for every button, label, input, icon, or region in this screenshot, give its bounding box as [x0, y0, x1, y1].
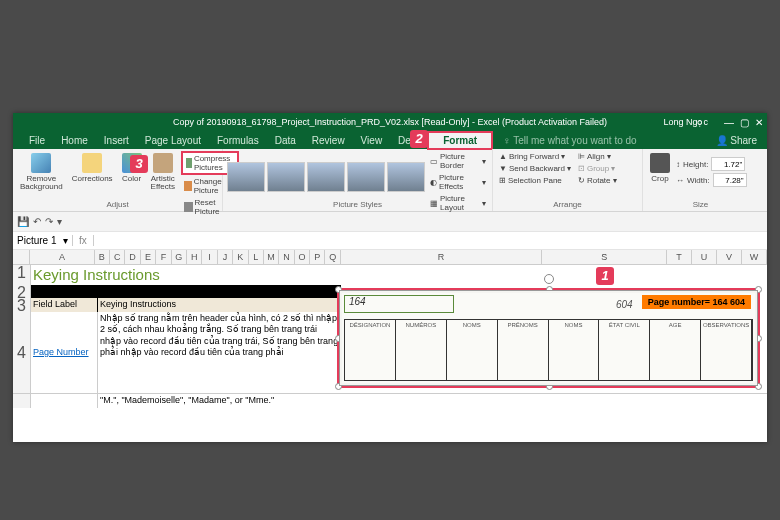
column-header[interactable]: R	[341, 250, 542, 265]
tab-file[interactable]: File	[21, 133, 53, 148]
name-box[interactable]: Picture 1▾	[13, 235, 73, 246]
column-header[interactable]: T	[667, 250, 692, 265]
tab-page-layout[interactable]: Page Layout	[137, 133, 209, 148]
column-header[interactable]: P	[310, 250, 325, 265]
orange-label: Page number= 164 604	[642, 295, 751, 309]
tab-formulas[interactable]: Formulas	[209, 133, 267, 148]
tab-data[interactable]: Data	[267, 133, 304, 148]
number-604: 604	[616, 299, 633, 317]
tab-home[interactable]: Home	[53, 133, 96, 148]
crop-button[interactable]: Crop	[647, 151, 673, 185]
save-icon[interactable]: 💾	[17, 216, 29, 227]
column-header[interactable]: D	[125, 250, 140, 265]
redo-icon[interactable]: ↷	[45, 216, 53, 227]
picture-border-button[interactable]: ▭ Picture Border ▾	[428, 151, 488, 171]
height-input[interactable]	[711, 157, 745, 171]
column-header[interactable]: F	[156, 250, 171, 265]
fx-icon[interactable]: fx	[73, 235, 94, 246]
column-header[interactable]: W	[742, 250, 767, 265]
share-button[interactable]: 👤 Share	[716, 135, 767, 146]
window-title: Copy of 20190918_61798_Project_Instructi…	[173, 117, 607, 127]
excel-window: Copy of 20190918_61798_Project_Instructi…	[13, 113, 767, 442]
column-header[interactable]: E	[141, 250, 156, 265]
tab-view[interactable]: View	[353, 133, 391, 148]
callout-3: 3	[130, 155, 148, 173]
column-header[interactable]: N	[279, 250, 294, 265]
column-header[interactable]: B	[95, 250, 110, 265]
quick-access-toolbar: 💾 ↶ ↷ ▾	[13, 212, 767, 232]
callout-2: 2	[410, 130, 428, 148]
ribbon: Remove Background Corrections Color Arti…	[13, 149, 767, 212]
tell-me[interactable]: ♀ Tell me what you want to do	[503, 135, 637, 146]
column-header[interactable]: H	[187, 250, 202, 265]
compress-icon	[186, 158, 192, 168]
selection-pane-button[interactable]: ⊞ Selection Pane	[497, 175, 573, 186]
artistic-effects-button[interactable]: Artistic Effects	[148, 151, 178, 193]
row5-cell[interactable]: "M.", "Mademoiselle", "Madame", or "Mme.…	[98, 394, 276, 408]
green-box-164: 164	[344, 295, 454, 313]
window-controls[interactable]: —▢✕	[718, 117, 763, 128]
column-header[interactable]: S	[542, 250, 667, 265]
corrections-button[interactable]: Corrections	[69, 151, 116, 185]
picture-effects-button[interactable]: ◐ Picture Effects ▾	[428, 172, 488, 192]
rotate-button[interactable]: ↻ Rotate ▾	[576, 175, 619, 186]
column-header[interactable]: C	[110, 250, 125, 265]
document-table: DÉSIGNATIONNUMÉROSNOMSPRÉNOMSNOMSÉTAT CI…	[344, 319, 753, 381]
column-header[interactable]: Q	[325, 250, 340, 265]
field-label-header[interactable]: Field Label	[31, 298, 98, 312]
picture-styles-gallery[interactable]	[227, 151, 425, 199]
instructions-cell[interactable]: Nhập số trang nằm trên header của hình, …	[98, 312, 341, 393]
column-header[interactable]: M	[264, 250, 279, 265]
bring-forward-button[interactable]: ▲ Bring Forward ▾	[497, 151, 573, 162]
send-backward-button[interactable]: ▼ Send Backward ▾	[497, 163, 573, 174]
user-name: Long Ngọc	[663, 117, 708, 127]
remove-background-button[interactable]: Remove Background	[17, 151, 66, 193]
size-group-label: Size	[647, 200, 754, 209]
title-cell[interactable]: Keying Instructions	[31, 265, 160, 285]
column-header[interactable]: U	[692, 250, 717, 265]
page-number-link[interactable]: Page Number	[33, 347, 89, 358]
picture-styles-group-label: Picture Styles	[227, 200, 488, 209]
width-icon: ↔	[676, 176, 684, 185]
tab-format[interactable]: Format	[427, 131, 493, 150]
black-header-row	[31, 285, 341, 298]
tab-review[interactable]: Review	[304, 133, 353, 148]
arrange-group-label: Arrange	[497, 200, 638, 209]
column-header[interactable]: K	[233, 250, 248, 265]
selected-picture[interactable]: 164 604 Page number= 164 604 DÉSIGNATION…	[337, 288, 760, 388]
titlebar: Copy of 20190918_61798_Project_Instructi…	[13, 113, 767, 131]
change-picture-icon	[184, 181, 192, 191]
tab-insert[interactable]: Insert	[96, 133, 137, 148]
column-header[interactable]: L	[249, 250, 264, 265]
group-button[interactable]: ⊡ Group ▾	[576, 163, 619, 174]
worksheet[interactable]: ABCDEFGHIJKLMNOPQRSTUVW 1Keying Instruct…	[13, 250, 767, 442]
ribbon-tabs: File Home Insert Page Layout Formulas Da…	[13, 131, 767, 149]
width-input[interactable]	[713, 173, 747, 187]
align-button[interactable]: ⊫ Align ▾	[576, 151, 619, 162]
rotate-handle[interactable]	[544, 274, 554, 284]
column-header[interactable]: O	[295, 250, 310, 265]
qat-dropdown-icon[interactable]: ▾	[57, 216, 62, 227]
column-header[interactable]: G	[172, 250, 187, 265]
callout-1: 1	[596, 267, 614, 285]
column-header[interactable]: V	[717, 250, 742, 265]
adjust-group-label: Adjust	[17, 200, 218, 209]
undo-icon[interactable]: ↶	[33, 216, 41, 227]
column-header[interactable]: I	[202, 250, 217, 265]
formula-bar-row: Picture 1▾ fx	[13, 232, 767, 250]
column-header[interactable]: A	[30, 250, 94, 265]
height-icon: ↕	[676, 160, 680, 169]
column-header[interactable]: J	[218, 250, 233, 265]
keying-instructions-header[interactable]: Keying Instructions	[98, 298, 341, 312]
